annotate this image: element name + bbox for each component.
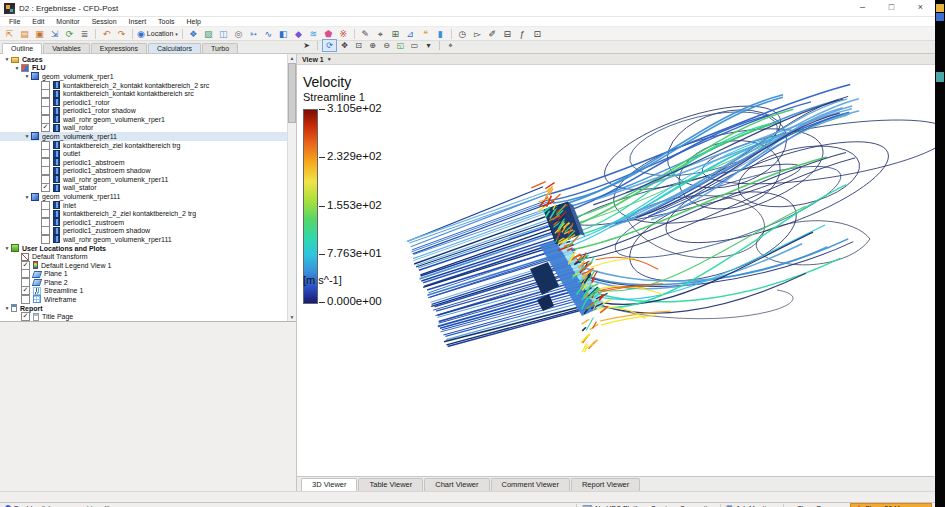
3d-viewport[interactable]: View 1 ▼ Velocity Streamline 1 3.105e+02… bbox=[297, 54, 935, 476]
calculator-icon[interactable]: ⊟ bbox=[500, 28, 515, 40]
tree-row-report[interactable]: ▼Report bbox=[0, 304, 288, 313]
tree-row-wireframe[interactable]: Wireframe bbox=[0, 295, 288, 304]
tree-row-periodic1-zustroem[interactable]: periodic1_zustroem bbox=[0, 218, 288, 227]
tree-row-kontaktbereich-2-kontakt-kontaktbereich-[interactable]: kontaktbereich_2_kontakt kontaktbereich_… bbox=[0, 81, 288, 90]
tree-row-geom-volumenk-rper111[interactable]: ▼geom_volumenk_rper111 bbox=[0, 192, 288, 201]
tab-chart-viewer[interactable]: Chart Viewer bbox=[424, 478, 489, 491]
maximize-button[interactable]: □ bbox=[877, 0, 906, 16]
tree-row-wall-rohr-geom-volumenk-rper1[interactable]: wall_rohr geom_volumenk_rper1 bbox=[0, 115, 288, 124]
scroll-down-icon[interactable]: ▼ bbox=[290, 313, 295, 321]
expander-icon[interactable]: ▼ bbox=[13, 64, 21, 72]
refresh-icon[interactable]: ⟳ bbox=[62, 28, 77, 40]
text-icon[interactable]: ✎ bbox=[358, 28, 373, 40]
menu-monitor[interactable]: Monitor bbox=[50, 18, 85, 25]
volume-rendering-icon[interactable]: ⬟ bbox=[321, 28, 336, 40]
view-sync-icon[interactable]: ⊡ bbox=[530, 28, 545, 40]
tree-row-plane-2[interactable]: Plane 2 bbox=[0, 278, 288, 287]
macro-icon[interactable]: ƒ bbox=[515, 28, 530, 40]
show-progress[interactable]: ▱Show Progress bbox=[783, 504, 850, 507]
tab-expressions[interactable]: Expressions bbox=[91, 43, 147, 53]
location-dropdown[interactable]: ◉Location▾ bbox=[136, 28, 179, 40]
animation-icon[interactable]: ▻ bbox=[470, 28, 485, 40]
comment-icon[interactable]: ❝ bbox=[418, 28, 433, 40]
expander-icon[interactable]: ▼ bbox=[23, 193, 31, 201]
viewport-layout-icon[interactable]: ⌖ bbox=[444, 40, 457, 51]
tree-row-geom-volumenk-rper1[interactable]: ▼geom_volumenk_rper1 bbox=[0, 72, 288, 81]
tab-outline[interactable]: Outline bbox=[2, 43, 42, 54]
tree-row-periodic1-rotor[interactable]: periodic1_rotor bbox=[0, 98, 288, 107]
chart-icon[interactable]: ⊿ bbox=[403, 28, 418, 40]
tab-comment-viewer[interactable]: Comment Viewer bbox=[491, 478, 570, 491]
tree-scrollbar[interactable]: ▲ ▼ bbox=[287, 54, 296, 321]
tab-turbo[interactable]: Turbo bbox=[202, 43, 238, 53]
expander-icon[interactable]: ▼ bbox=[23, 72, 31, 80]
menu-insert[interactable]: Insert bbox=[123, 18, 153, 25]
tree-row-title-page[interactable]: ✓Title Page bbox=[0, 312, 288, 321]
menu-edit[interactable]: Edit bbox=[26, 18, 50, 25]
coord-frame-icon[interactable]: ⌖ bbox=[373, 28, 388, 40]
plane-icon[interactable]: ◧ bbox=[276, 28, 291, 40]
tree-row-wall-rohr-geom-volumenk-rper11[interactable]: wall_rohr geom_volumenk_rper11 bbox=[0, 175, 288, 184]
figure-icon[interactable]: ◫ bbox=[216, 28, 231, 40]
tree-row-default-transform[interactable]: Default Transform bbox=[0, 252, 288, 261]
tree-row-kontaktbereich-kontakt-kontaktbereich-sr[interactable]: kontaktbereich_kontakt kontaktbereich sr… bbox=[0, 89, 288, 98]
menu-file[interactable]: File bbox=[3, 18, 26, 25]
tree-row-inlet[interactable]: inlet bbox=[0, 201, 288, 210]
checkbox[interactable] bbox=[21, 295, 30, 304]
tree-row-plane-1[interactable]: Plane 1 bbox=[0, 269, 288, 278]
zoom-in-tool-icon[interactable]: ⊕ bbox=[366, 40, 379, 51]
undo-icon[interactable]: ↶ bbox=[99, 28, 114, 40]
timestep-icon[interactable]: ◷ bbox=[455, 28, 470, 40]
minimize-button[interactable]: – bbox=[848, 0, 877, 16]
tree-row-wall-stator[interactable]: ✓wall_stator bbox=[0, 184, 288, 193]
tree-row-geom-volumenk-rper11[interactable]: ▼geom_volumenk_rper11 bbox=[0, 132, 288, 141]
contour-image-icon[interactable]: ▨ bbox=[201, 28, 216, 40]
save-project-icon[interactable]: ▤ bbox=[17, 28, 32, 40]
close-button[interactable]: × bbox=[906, 0, 935, 16]
tree-row-wall-rohr-geom-volumenk-rper111[interactable]: wall_rohr geom_volumenk_rper111 bbox=[0, 235, 288, 244]
tree-row-wall-rotor[interactable]: ✓wall_rotor bbox=[0, 124, 288, 133]
load-results-icon[interactable]: ⇱ bbox=[2, 28, 17, 40]
hpc-status[interactable]: ⌨No HPC Platform Services Connection bbox=[576, 504, 720, 507]
menu-tools[interactable]: Tools bbox=[152, 18, 180, 25]
expander-icon[interactable]: ▼ bbox=[3, 55, 11, 63]
checkbox-checked[interactable]: ✓ bbox=[41, 183, 50, 192]
messages[interactable]: ⚠Show 20 Messages bbox=[850, 503, 932, 507]
tab-3d-viewer[interactable]: 3D Viewer bbox=[301, 478, 357, 491]
projection-dropdown-icon[interactable]: ▭ bbox=[408, 40, 421, 51]
table-icon[interactable]: ⊞ bbox=[388, 28, 403, 40]
tree-row-flu[interactable]: ▼FLU bbox=[0, 64, 288, 73]
tree-row-user-locations-and-plots[interactable]: ▼User Locations and Plots bbox=[0, 244, 288, 253]
expander-icon[interactable]: ▼ bbox=[3, 304, 11, 312]
scroll-thumb[interactable] bbox=[288, 63, 296, 123]
export-icon[interactable]: ⇲ bbox=[47, 28, 62, 40]
tab-variables[interactable]: Variables bbox=[43, 43, 90, 53]
save-picture-icon[interactable]: ▣ bbox=[32, 28, 47, 40]
particle-track-icon[interactable]: ※ bbox=[336, 28, 351, 40]
probe-icon[interactable]: ❖ bbox=[186, 28, 201, 40]
job-monitor[interactable]: ▦Job Monitor... bbox=[720, 504, 783, 507]
menu-help[interactable]: Help bbox=[180, 18, 206, 25]
vector-icon[interactable]: ➳ bbox=[246, 28, 261, 40]
tree-row-streamline-1[interactable]: ✓Streamline 1 bbox=[0, 287, 288, 296]
tree-row-periodic1-rotor-shadow[interactable]: periodic1_rotor shadow bbox=[0, 106, 288, 115]
redo-icon[interactable]: ↷ bbox=[114, 28, 129, 40]
tab-table-viewer[interactable]: Table Viewer bbox=[358, 478, 423, 491]
scroll-up-icon[interactable]: ▲ bbox=[290, 54, 295, 62]
camera-icon[interactable]: ◎ bbox=[231, 28, 246, 40]
select-tool-icon[interactable]: ➤ bbox=[300, 40, 313, 51]
legend-icon[interactable]: ▮ bbox=[433, 28, 448, 40]
checkbox-checked[interactable]: ✓ bbox=[41, 123, 50, 132]
tree-row-periodic1-zustroem-shadow[interactable]: periodic1_zustroem shadow bbox=[0, 227, 288, 236]
tree-row-kontaktbereich-2-ziel-kontaktbereich-2-t[interactable]: kontaktbereich_2_ziel kontaktbereich_2 t… bbox=[0, 209, 288, 218]
checkbox[interactable] bbox=[41, 235, 50, 244]
tree-row-periodic1-abstroem-shadow[interactable]: periodic1_abstroem shadow bbox=[0, 167, 288, 176]
pan-tool-icon[interactable]: ✥ bbox=[338, 40, 351, 51]
tab-calculators[interactable]: Calculators bbox=[148, 43, 201, 53]
tree-row-periodic1-abstroem[interactable]: periodic1_abstroem bbox=[0, 158, 288, 167]
streamline-icon[interactable]: ∿ bbox=[261, 28, 276, 40]
isosurface-icon[interactable]: ◆ bbox=[291, 28, 306, 40]
expander-icon[interactable]: ▼ bbox=[23, 132, 31, 140]
checkbox-checked[interactable]: ✓ bbox=[21, 312, 30, 321]
contour-icon[interactable]: ≋ bbox=[306, 28, 321, 40]
